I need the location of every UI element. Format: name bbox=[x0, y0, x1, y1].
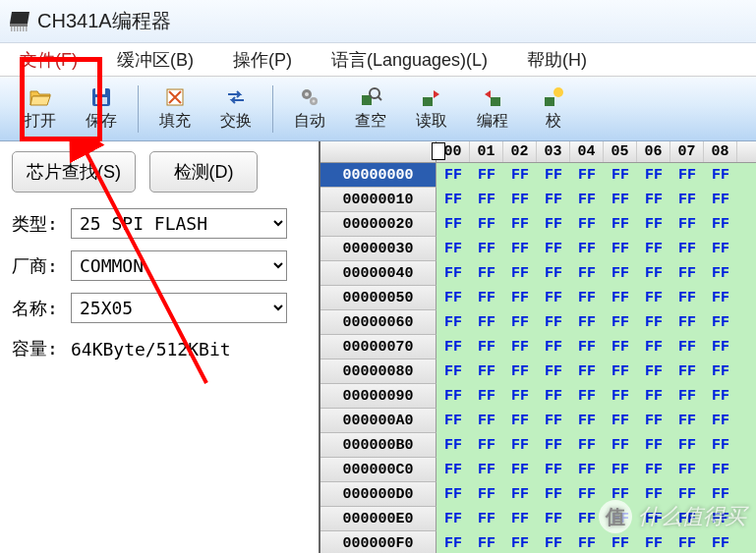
hex-byte-cell[interactable]: FF bbox=[436, 261, 470, 286]
hex-byte-cell[interactable]: FF bbox=[470, 212, 503, 237]
hex-byte-cell[interactable]: FF bbox=[637, 310, 670, 335]
hex-byte-cell[interactable]: FF bbox=[470, 507, 503, 531]
hex-byte-cell[interactable]: FF bbox=[670, 507, 704, 531]
hex-address-cell[interactable]: 00000080 bbox=[320, 359, 436, 384]
hex-byte-cell[interactable]: FF bbox=[570, 433, 604, 458]
hex-byte-cell[interactable]: FF bbox=[604, 261, 637, 286]
hex-byte-cell[interactable]: FF bbox=[436, 409, 470, 433]
hex-byte-cell[interactable]: FF bbox=[704, 482, 737, 507]
hex-byte-cell[interactable]: FF bbox=[470, 482, 503, 507]
hex-byte-cell[interactable]: FF bbox=[670, 359, 704, 384]
hex-byte-cell[interactable]: FF bbox=[570, 409, 604, 433]
hex-byte-cell[interactable]: FF bbox=[537, 188, 570, 212]
hex-byte-cell[interactable]: FF bbox=[637, 237, 670, 261]
hex-row[interactable]: 00000070FFFFFFFFFFFFFFFFFF bbox=[320, 335, 756, 359]
hex-byte-cell[interactable]: FF bbox=[637, 409, 670, 433]
hex-byte-cell[interactable]: FF bbox=[470, 359, 503, 384]
hex-row[interactable]: 00000050FFFFFFFFFFFFFFFFFF bbox=[320, 286, 756, 310]
hex-byte-cell[interactable]: FF bbox=[436, 188, 470, 212]
hex-byte-cell[interactable]: FF bbox=[637, 212, 670, 237]
hex-byte-cell[interactable]: FF bbox=[704, 409, 737, 433]
hex-address-cell[interactable]: 000000A0 bbox=[320, 409, 436, 433]
hex-byte-cell[interactable]: FF bbox=[570, 310, 604, 335]
hex-byte-cell[interactable]: FF bbox=[670, 163, 704, 188]
hex-byte-cell[interactable]: FF bbox=[436, 482, 470, 507]
hex-byte-cell[interactable]: FF bbox=[570, 237, 604, 261]
hex-byte-cell[interactable]: FF bbox=[670, 384, 704, 409]
hex-row[interactable]: 00000000FFFFFFFFFFFFFFFFFF bbox=[320, 163, 756, 188]
hex-byte-cell[interactable]: FF bbox=[604, 433, 637, 458]
hex-byte-cell[interactable]: FF bbox=[436, 163, 470, 188]
hex-byte-cell[interactable]: FF bbox=[704, 310, 737, 335]
hex-byte-cell[interactable]: FF bbox=[503, 531, 537, 553]
hex-row[interactable]: 000000A0FFFFFFFFFFFFFFFFFF bbox=[320, 409, 756, 433]
hex-byte-cell[interactable]: FF bbox=[503, 237, 537, 261]
hex-byte-cell[interactable]: FF bbox=[537, 237, 570, 261]
hex-byte-cell[interactable]: FF bbox=[637, 458, 670, 482]
hex-row[interactable]: 00000040FFFFFFFFFFFFFFFFFF bbox=[320, 261, 756, 286]
hex-byte-cell[interactable]: FF bbox=[704, 163, 737, 188]
hex-byte-cell[interactable]: FF bbox=[670, 188, 704, 212]
hex-byte-cell[interactable]: FF bbox=[637, 188, 670, 212]
hex-byte-cell[interactable]: FF bbox=[470, 310, 503, 335]
hex-byte-cell[interactable]: FF bbox=[670, 409, 704, 433]
hex-byte-cell[interactable]: FF bbox=[570, 482, 604, 507]
hex-row[interactable]: 000000B0FFFFFFFFFFFFFFFFFF bbox=[320, 433, 756, 458]
hex-byte-cell[interactable]: FF bbox=[670, 531, 704, 553]
hex-byte-cell[interactable]: FF bbox=[570, 163, 604, 188]
hex-byte-cell[interactable]: FF bbox=[470, 384, 503, 409]
hex-address-cell[interactable]: 00000050 bbox=[320, 286, 436, 310]
blank-check-button[interactable]: 查空 bbox=[340, 80, 401, 138]
hex-address-cell[interactable]: 00000030 bbox=[320, 237, 436, 261]
menu-file[interactable]: 文件(F) bbox=[0, 43, 97, 76]
hex-byte-cell[interactable]: FF bbox=[503, 507, 537, 531]
hex-byte-cell[interactable]: FF bbox=[604, 384, 637, 409]
hex-row[interactable]: 000000E0FFFFFFFFFFFFFFFFFF bbox=[320, 507, 756, 531]
open-button[interactable]: 打开 bbox=[10, 80, 71, 138]
hex-byte-cell[interactable]: FF bbox=[670, 212, 704, 237]
hex-byte-cell[interactable]: FF bbox=[503, 163, 537, 188]
hex-byte-cell[interactable]: FF bbox=[670, 482, 704, 507]
hex-byte-cell[interactable]: FF bbox=[670, 458, 704, 482]
hex-byte-cell[interactable]: FF bbox=[470, 458, 503, 482]
hex-byte-cell[interactable]: FF bbox=[570, 188, 604, 212]
hex-byte-cell[interactable]: FF bbox=[604, 359, 637, 384]
hex-byte-cell[interactable]: FF bbox=[436, 531, 470, 553]
hex-byte-cell[interactable]: FF bbox=[570, 286, 604, 310]
hex-byte-cell[interactable]: FF bbox=[704, 531, 737, 553]
hex-row[interactable]: 00000060FFFFFFFFFFFFFFFFFF bbox=[320, 310, 756, 335]
hex-address-cell[interactable]: 000000D0 bbox=[320, 482, 436, 507]
hex-byte-cell[interactable]: FF bbox=[670, 433, 704, 458]
hex-byte-cell[interactable]: FF bbox=[470, 163, 503, 188]
hex-address-cell[interactable]: 000000F0 bbox=[320, 531, 436, 553]
menu-language[interactable]: 语言(Languages)(L) bbox=[312, 43, 507, 76]
hex-byte-cell[interactable]: FF bbox=[604, 188, 637, 212]
hex-byte-cell[interactable]: FF bbox=[704, 384, 737, 409]
hex-byte-cell[interactable]: FF bbox=[604, 310, 637, 335]
hex-byte-cell[interactable]: FF bbox=[604, 458, 637, 482]
hex-byte-cell[interactable]: FF bbox=[604, 531, 637, 553]
hex-byte-cell[interactable]: FF bbox=[637, 286, 670, 310]
hex-byte-cell[interactable]: FF bbox=[637, 261, 670, 286]
type-select[interactable]: 25 SPI FLASH bbox=[71, 208, 287, 239]
hex-byte-cell[interactable]: FF bbox=[637, 163, 670, 188]
hex-byte-cell[interactable]: FF bbox=[537, 482, 570, 507]
menu-buffer[interactable]: 缓冲区(B) bbox=[97, 43, 213, 76]
hex-byte-cell[interactable]: FF bbox=[637, 531, 670, 553]
hex-row[interactable]: 00000090FFFFFFFFFFFFFFFFFF bbox=[320, 384, 756, 409]
hex-byte-cell[interactable]: FF bbox=[503, 335, 537, 359]
hex-byte-cell[interactable]: FF bbox=[704, 286, 737, 310]
hex-byte-cell[interactable]: FF bbox=[470, 433, 503, 458]
hex-byte-cell[interactable]: FF bbox=[704, 237, 737, 261]
hex-byte-cell[interactable]: FF bbox=[670, 261, 704, 286]
hex-byte-cell[interactable]: FF bbox=[537, 335, 570, 359]
hex-byte-cell[interactable]: FF bbox=[436, 212, 470, 237]
detect-button[interactable]: 检测(D) bbox=[149, 151, 258, 193]
hex-byte-cell[interactable]: FF bbox=[503, 310, 537, 335]
hex-row[interactable]: 00000010FFFFFFFFFFFFFFFFFF bbox=[320, 188, 756, 212]
name-select[interactable]: 25X05 bbox=[71, 293, 287, 323]
hex-byte-cell[interactable]: FF bbox=[604, 212, 637, 237]
hex-byte-cell[interactable]: FF bbox=[670, 237, 704, 261]
hex-byte-cell[interactable]: FF bbox=[503, 482, 537, 507]
hex-byte-cell[interactable]: FF bbox=[537, 433, 570, 458]
